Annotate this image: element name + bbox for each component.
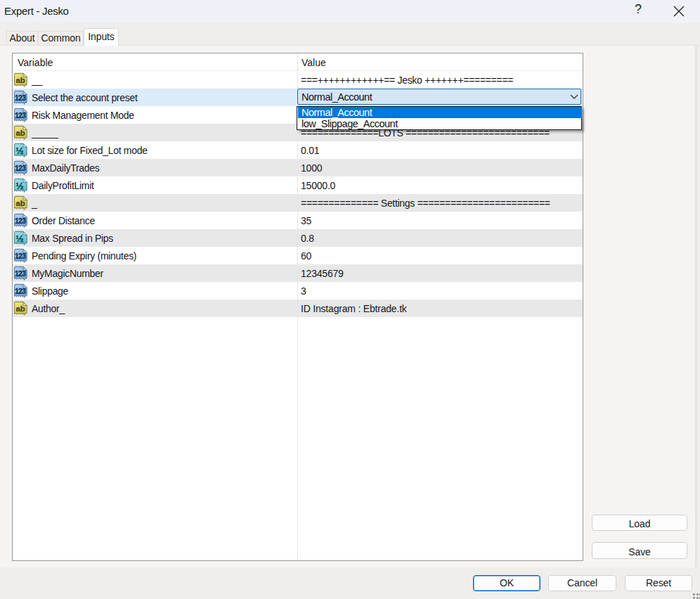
svg-text:½: ½ xyxy=(15,146,23,156)
svg-text:123: 123 xyxy=(15,269,26,278)
svg-text:123: 123 xyxy=(15,94,26,102)
svg-text:123: 123 xyxy=(15,252,26,260)
svg-text:½: ½ xyxy=(15,233,23,244)
svg-text:123: 123 xyxy=(15,164,26,172)
svg-text:123: 123 xyxy=(15,287,26,295)
svg-text:ab: ab xyxy=(16,304,25,313)
svg-text:123: 123 xyxy=(15,111,26,120)
svg-text:ab: ab xyxy=(16,129,25,137)
svg-text:123: 123 xyxy=(15,217,26,225)
svg-text:½: ½ xyxy=(15,181,23,191)
svg-text:ab: ab xyxy=(16,76,25,84)
svg-text:ab: ab xyxy=(16,199,25,207)
